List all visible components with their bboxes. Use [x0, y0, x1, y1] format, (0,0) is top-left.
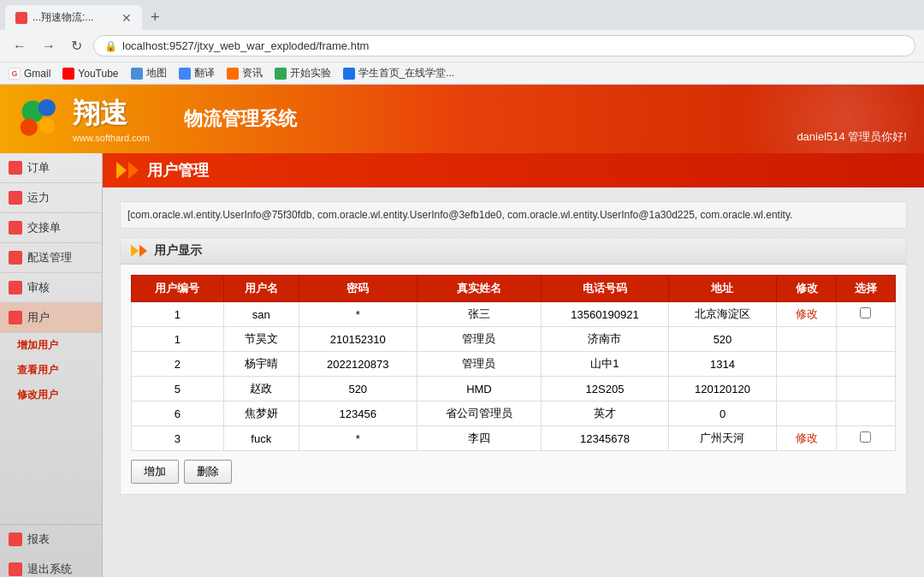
cell-modify-row4: [777, 402, 836, 426]
sidebar-review-label: 审核: [27, 280, 50, 295]
col-header-password: 密码: [299, 276, 418, 302]
table-head: 用户编号 用户名 密码 真实姓名 电话号码 地址 修改 选择: [132, 276, 896, 302]
app-body: 订单 运力 交接单 配送管理 审核 用户 增加: [0, 153, 924, 577]
bookmark-student-label: 学生首页_在线学堂...: [358, 66, 455, 80]
browser-chrome: ...翔速物流:... ✕ + ← → ↻ 🔒 localhost:9527/j…: [0, 0, 924, 85]
transport-icon: [9, 191, 22, 205]
cell-modify-row3: [777, 377, 836, 402]
col-header-address: 地址: [668, 276, 777, 302]
bookmark-news-label: 资讯: [242, 66, 263, 80]
cell-row0-col1: san: [223, 302, 299, 327]
sidebar-view-user[interactable]: 查看用户: [0, 358, 102, 383]
cell-row5-col2: *: [299, 426, 418, 451]
bookmark-youtube[interactable]: YouTube: [62, 68, 118, 80]
col-header-realname: 真实姓名: [417, 276, 542, 302]
checkbox-row0[interactable]: [860, 307, 871, 318]
cell-row5-col1: fuck: [223, 426, 299, 451]
table-row: 1节昊文210152310管理员济南市520: [132, 327, 896, 352]
modify-link-row0[interactable]: 修改: [796, 307, 818, 320]
cell-checkbox-row5[interactable]: [836, 426, 895, 451]
checkbox-row5[interactable]: [860, 431, 871, 443]
bookmark-lab[interactable]: 开始实验: [275, 66, 331, 80]
new-tab-button[interactable]: +: [142, 5, 169, 30]
lab-icon: [275, 68, 287, 80]
sidebar-transport-label: 运力: [27, 190, 50, 205]
panel-arrows: [131, 245, 147, 257]
cell-row2-col2: 2022120873: [299, 352, 418, 377]
cell-row3-col0: 5: [132, 377, 224, 402]
users-icon: [9, 311, 22, 324]
cell-checkbox-row0[interactable]: [836, 302, 895, 327]
cell-row3-col2: 520: [299, 377, 418, 402]
sidebar-edit-user-label: 修改用户: [17, 388, 58, 402]
entity-list-text: [com.oracle.wl.entity.UserInfo@75f30fdb,…: [120, 201, 907, 229]
cell-modify-row2: [777, 352, 836, 377]
logo-icon: [17, 96, 64, 143]
refresh-button[interactable]: ↻: [67, 36, 86, 56]
sidebar-item-transport[interactable]: 运力: [0, 183, 102, 213]
cell-row2-col3: 管理员: [417, 352, 542, 377]
cell-row2-col1: 杨宇晴: [223, 352, 299, 377]
table-row: 1san*张三13560190921北京海淀区修改: [132, 302, 896, 327]
sidebar-item-orders[interactable]: 订单: [0, 153, 102, 183]
tab-close-button[interactable]: ✕: [121, 11, 132, 25]
cell-modify-row0[interactable]: 修改: [777, 302, 836, 327]
table-row: 5赵政520HMD12S205120120120: [132, 377, 896, 402]
bookmark-news[interactable]: 资讯: [227, 66, 263, 80]
bookmark-lab-label: 开始实验: [290, 66, 331, 80]
cell-row5-col4: 12345678: [542, 426, 668, 451]
sidebar-add-user-label: 增加用户: [17, 338, 58, 353]
sidebar-spacer: [0, 407, 102, 524]
svg-point-2: [21, 118, 38, 135]
panel-arrow-2: [139, 245, 147, 257]
address-text: localhost:9527/jtxy_web_war_exploded/fra…: [122, 39, 369, 52]
bookmark-maps[interactable]: 地图: [131, 66, 167, 80]
back-button[interactable]: ←: [9, 37, 31, 56]
bookmark-translate[interactable]: 翻译: [179, 66, 215, 80]
review-icon: [9, 281, 22, 294]
add-button[interactable]: 增加: [131, 460, 179, 484]
cell-row1-col5: 520: [668, 327, 777, 352]
bookmark-gmail-label: Gmail: [24, 68, 50, 80]
page-title-arrows: [116, 162, 139, 179]
cell-row3-col4: 12S205: [542, 377, 668, 402]
header-greeting: daniel514 管理员你好!: [797, 129, 907, 145]
cell-row1-col3: 管理员: [417, 327, 542, 352]
browser-tab[interactable]: ...翔速物流:... ✕: [5, 5, 142, 30]
logo-name: 翔速: [73, 95, 150, 133]
cell-row3-col1: 赵政: [223, 377, 299, 402]
sidebar-add-user[interactable]: 增加用户: [0, 333, 102, 358]
sidebar-edit-user[interactable]: 修改用户: [0, 383, 102, 407]
bookmark-student[interactable]: 学生首页_在线学堂...: [343, 66, 455, 80]
address-bar[interactable]: 🔒 localhost:9527/jtxy_web_war_exploded/f…: [93, 35, 915, 57]
table-row: 2杨宇晴2022120873管理员山中11314: [132, 352, 896, 377]
news-icon: [227, 68, 239, 80]
delete-button[interactable]: 删除: [184, 460, 232, 484]
page-title-bar: 用户管理: [103, 153, 924, 187]
sidebar-item-reports[interactable]: 报表: [0, 525, 102, 555]
sidebar-item-review[interactable]: 审核: [0, 273, 102, 303]
modify-link-row5[interactable]: 修改: [796, 431, 818, 444]
bookmark-gmail[interactable]: G Gmail: [9, 68, 50, 80]
bookmark-youtube-label: YouTube: [78, 68, 118, 80]
youtube-icon: [62, 68, 74, 80]
arrow-decoration-1: [116, 162, 127, 179]
cell-row0-col4: 13560190921: [542, 302, 668, 327]
svg-point-1: [38, 98, 56, 116]
translate-icon: [179, 68, 191, 80]
arrow-decoration-2: [128, 162, 139, 179]
bookmark-maps-label: 地图: [146, 66, 167, 80]
table-row: 6焦梦妍123456省公司管理员英才0: [132, 402, 896, 426]
page-title: 用户管理: [147, 160, 209, 181]
table-row: 3fuck*李四12345678广州天河修改: [132, 426, 896, 451]
col-header-username: 用户名: [223, 276, 299, 302]
cell-row1-col4: 济南市: [542, 327, 668, 352]
forward-button[interactable]: →: [38, 37, 60, 56]
sidebar-item-logout[interactable]: 退出系统: [0, 555, 102, 577]
sidebar-item-handover[interactable]: 交接单: [0, 213, 102, 243]
sidebar-item-delivery[interactable]: 配送管理: [0, 243, 102, 273]
sidebar-item-users[interactable]: 用户: [0, 303, 102, 333]
cell-row0-col3: 张三: [417, 302, 542, 327]
reports-icon: [9, 532, 22, 546]
cell-modify-row5[interactable]: 修改: [777, 426, 836, 451]
